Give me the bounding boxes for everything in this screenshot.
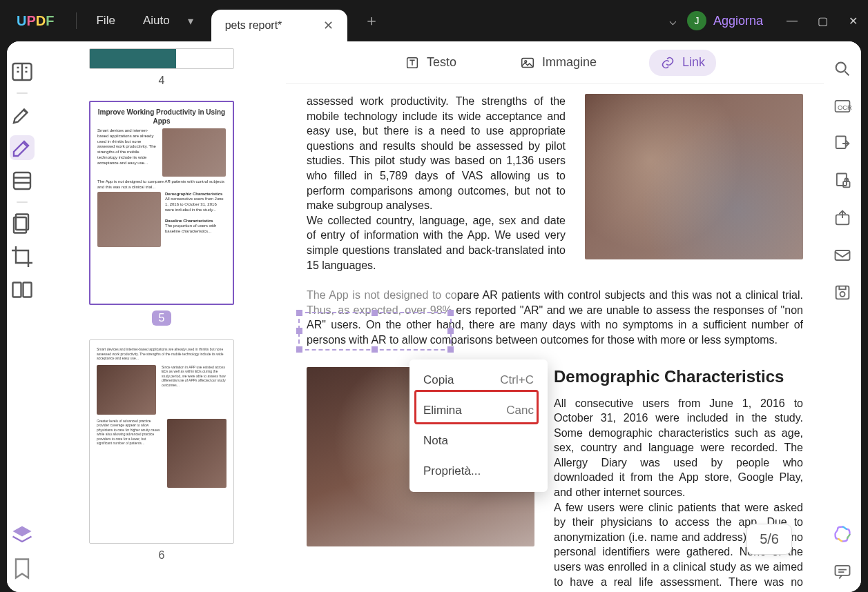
help-menu[interactable]: Aiuto bbox=[129, 14, 184, 28]
compare-icon[interactable] bbox=[10, 277, 35, 302]
divider bbox=[17, 201, 28, 203]
page-number: 4 bbox=[79, 75, 244, 87]
resize-handle[interactable] bbox=[296, 310, 302, 316]
resize-handle[interactable] bbox=[447, 310, 454, 316]
image-tool[interactable]: Immagine bbox=[509, 50, 608, 76]
svg-rect-4 bbox=[13, 283, 21, 297]
maximize-icon[interactable]: ▢ bbox=[807, 14, 838, 28]
page-number: 6 bbox=[79, 549, 244, 562]
edit-toolbar: Testo Immagine Link bbox=[286, 41, 824, 84]
paragraph-text: assessed work productivity. The strength… bbox=[307, 95, 566, 211]
resize-handle[interactable] bbox=[447, 328, 454, 334]
svg-point-9 bbox=[836, 63, 846, 72]
svg-text:OCR: OCR bbox=[838, 104, 852, 111]
reader-mode-icon[interactable] bbox=[10, 59, 35, 84]
separator bbox=[76, 12, 77, 29]
organize-pages-icon[interactable] bbox=[10, 168, 35, 193]
ocr-icon[interactable]: OCR bbox=[833, 97, 852, 116]
user-avatar[interactable]: J bbox=[687, 11, 706, 30]
link-tool-label: Link bbox=[682, 55, 705, 70]
resize-handle[interactable] bbox=[296, 346, 302, 353]
image-tool-label: Immagine bbox=[542, 55, 597, 70]
paragraph-text: All consecutive users from June 1, 2016 … bbox=[554, 396, 803, 500]
svg-rect-1 bbox=[14, 172, 30, 189]
divider bbox=[17, 92, 28, 94]
thumbnail-5[interactable]: Improve Working Productivity in Using Ap… bbox=[79, 101, 244, 326]
context-note[interactable]: Nota bbox=[409, 426, 548, 456]
close-tab-icon[interactable]: ✕ bbox=[323, 18, 334, 33]
edit-tool-icon[interactable] bbox=[10, 135, 35, 160]
hero-image[interactable] bbox=[585, 94, 803, 259]
thumbnail-4[interactable]: 4 bbox=[79, 48, 244, 87]
resize-handle[interactable] bbox=[447, 346, 454, 353]
resize-handle[interactable] bbox=[372, 346, 378, 353]
svg-rect-5 bbox=[23, 283, 32, 297]
menu-dropdown-icon[interactable]: ▾ bbox=[184, 14, 197, 28]
highlight-tool-icon[interactable] bbox=[10, 102, 35, 127]
workspace: 4 Improve Working Productivity in Using … bbox=[7, 41, 861, 592]
context-properties[interactable]: Proprietà... bbox=[409, 456, 548, 486]
bookmark-icon[interactable] bbox=[10, 556, 35, 581]
app-logo: UPDF bbox=[17, 13, 54, 29]
paragraph-text: We collected country, language, age, sex… bbox=[307, 215, 566, 271]
tab-title: pets report* bbox=[225, 19, 282, 32]
context-menu: CopiaCtrl+C EliminaCanc Nota Proprietà..… bbox=[409, 359, 548, 492]
titlebar: UPDF File Aiuto ▾ pets report* ✕ ＋ ⌵ J A… bbox=[0, 0, 868, 41]
text-tool[interactable]: Testo bbox=[394, 50, 467, 76]
save-icon[interactable] bbox=[833, 283, 852, 302]
document-tab[interactable]: pets report* ✕ bbox=[211, 10, 348, 41]
thumbnails-panel: 4 Improve Working Productivity in Using … bbox=[37, 41, 286, 592]
minimize-icon[interactable]: — bbox=[777, 14, 807, 27]
link-selection-box[interactable] bbox=[298, 312, 452, 351]
upgrade-link[interactable]: Aggiorna bbox=[713, 14, 763, 28]
section-heading: Demographic Characteristics bbox=[554, 367, 803, 386]
svg-point-18 bbox=[840, 292, 845, 297]
svg-rect-12 bbox=[836, 137, 846, 149]
text-icon bbox=[405, 55, 420, 70]
protect-icon[interactable] bbox=[833, 171, 852, 190]
thumbnail-6[interactable]: Smart devices and internet-based applica… bbox=[79, 339, 244, 562]
svg-rect-16 bbox=[836, 250, 850, 260]
image-icon bbox=[520, 55, 535, 70]
crop-tool-icon[interactable] bbox=[10, 244, 35, 269]
page-number-current: 5 bbox=[152, 310, 172, 326]
left-sidebar bbox=[7, 41, 37, 592]
context-delete[interactable]: EliminaCanc bbox=[409, 395, 548, 426]
link-icon bbox=[660, 55, 675, 70]
resize-handle[interactable] bbox=[372, 310, 378, 316]
link-tool[interactable]: Link bbox=[649, 50, 716, 76]
text-tool-label: Testo bbox=[427, 55, 456, 70]
pages-panel-icon[interactable] bbox=[10, 211, 35, 236]
add-tab-icon[interactable]: ＋ bbox=[364, 10, 379, 31]
ai-assistant-icon[interactable] bbox=[833, 524, 852, 544]
thumb-title: Improve Working Productivity in Using Ap… bbox=[97, 108, 226, 126]
tabs-overflow-icon[interactable]: ⌵ bbox=[659, 13, 687, 28]
svg-rect-19 bbox=[836, 566, 850, 575]
layers-icon[interactable] bbox=[10, 523, 35, 548]
page-indicator[interactable]: 5/6 bbox=[746, 524, 792, 555]
convert-icon[interactable] bbox=[833, 134, 852, 153]
share-icon[interactable] bbox=[833, 208, 852, 228]
close-window-icon[interactable]: ✕ bbox=[838, 14, 868, 28]
context-copy[interactable]: CopiaCtrl+C bbox=[409, 365, 548, 395]
file-menu[interactable]: File bbox=[82, 14, 128, 28]
email-icon[interactable] bbox=[833, 246, 852, 265]
resize-handle[interactable] bbox=[296, 328, 302, 334]
comments-icon[interactable] bbox=[833, 562, 852, 581]
search-icon[interactable] bbox=[833, 59, 852, 79]
right-sidebar: OCR bbox=[824, 41, 861, 592]
